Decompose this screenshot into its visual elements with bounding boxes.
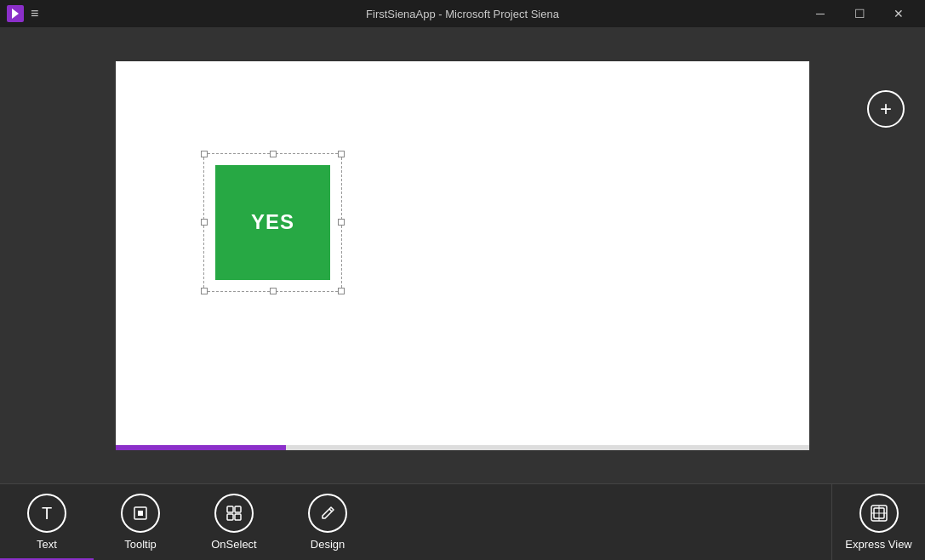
tab-onselect[interactable]: OnSelect xyxy=(187,484,281,561)
onselect-tab-label: OnSelect xyxy=(211,538,256,551)
svg-line-7 xyxy=(329,509,332,511)
handle-bottom-middle[interactable] xyxy=(270,288,277,294)
svg-rect-6 xyxy=(235,514,241,520)
tab-express-view[interactable]: Express View xyxy=(831,484,925,561)
canvas-wrapper: YES + xyxy=(0,27,925,483)
title-bar: ≡ FirstSienaApp - Microsoft Project Sien… xyxy=(0,0,925,27)
restore-button[interactable]: ☐ xyxy=(840,0,879,27)
design-icon xyxy=(308,494,347,533)
express-view-label: Express View xyxy=(845,538,912,551)
design-tab-label: Design xyxy=(311,538,345,551)
tab-text[interactable]: T Text xyxy=(0,484,94,561)
handle-top-middle[interactable] xyxy=(270,151,277,157)
bottom-toolbar: T Text Tooltip OnSelect xyxy=(0,483,925,560)
tab-design[interactable]: Design xyxy=(281,484,374,561)
selected-element-wrapper: YES xyxy=(203,153,342,292)
svg-rect-2 xyxy=(138,511,143,516)
handle-middle-left[interactable] xyxy=(201,219,208,226)
hamburger-icon[interactable]: ≡ xyxy=(31,6,38,21)
handle-bottom-right[interactable] xyxy=(338,288,345,294)
close-button[interactable]: ✕ xyxy=(879,0,918,27)
handle-middle-right[interactable] xyxy=(338,219,345,226)
app-title: FirstSienaApp - Microsoft Project Siena xyxy=(366,8,559,20)
window-controls: ─ ☐ ✕ xyxy=(801,0,918,27)
canvas[interactable]: YES xyxy=(116,61,809,450)
canvas-scrollbar[interactable] xyxy=(116,445,809,450)
handle-top-left[interactable] xyxy=(201,151,208,157)
onselect-icon xyxy=(214,494,254,533)
yes-button[interactable]: YES xyxy=(215,165,330,280)
svg-marker-0 xyxy=(12,9,19,19)
text-icon: T xyxy=(27,494,66,533)
tooltip-icon xyxy=(121,494,160,533)
text-tab-label: Text xyxy=(37,538,57,551)
handle-top-right[interactable] xyxy=(338,151,345,157)
tooltip-tab-label: Tooltip xyxy=(124,538,157,551)
title-bar-left: ≡ xyxy=(7,5,38,22)
canvas-scroll-thumb[interactable] xyxy=(116,445,286,450)
svg-rect-3 xyxy=(227,506,233,512)
svg-rect-4 xyxy=(235,506,241,512)
handle-bottom-left[interactable] xyxy=(201,288,208,294)
add-element-button[interactable]: + xyxy=(867,90,905,128)
svg-rect-5 xyxy=(227,514,233,520)
tab-tooltip[interactable]: Tooltip xyxy=(94,484,187,561)
express-view-icon xyxy=(859,494,899,533)
app-icon xyxy=(7,5,24,22)
minimize-button[interactable]: ─ xyxy=(801,0,840,27)
